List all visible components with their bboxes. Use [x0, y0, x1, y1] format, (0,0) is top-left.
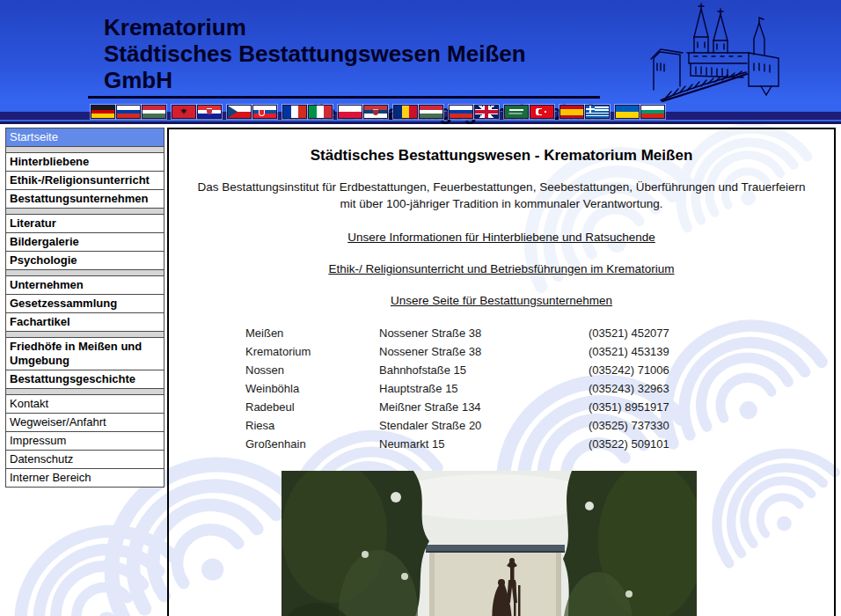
- content-link-list: Unsere Informationen für Hinterbliebene …: [169, 231, 834, 307]
- sidebar-item-startseite[interactable]: Startseite: [5, 128, 165, 147]
- location-row-nossen: NossenBahnhofstaße 15(035242) 71006: [245, 361, 669, 379]
- flag-turkey-icon[interactable]: [530, 105, 554, 119]
- location-phone: (03522) 509101: [589, 435, 669, 453]
- flag-hungary-icon[interactable]: [419, 105, 443, 119]
- flag-russia-icon[interactable]: [116, 105, 141, 119]
- sidebar-item-kontakt[interactable]: Kontakt: [5, 394, 165, 414]
- flag-group: [227, 105, 278, 119]
- location-street: Hauptstraße 15: [379, 379, 589, 398]
- content-link-unsere-seite-für[interactable]: Unsere Seite für Bestattungsunternehmen: [169, 294, 834, 307]
- flag-slovenia-icon[interactable]: [449, 105, 473, 119]
- flag-group: [559, 105, 611, 119]
- location-name: Riesa: [245, 416, 379, 435]
- flag-saudi-arabia-icon[interactable]: [504, 105, 529, 119]
- location-name: Meißen: [245, 324, 379, 342]
- location-row-meißen: MeißenNossener Straße 38(03521) 452077: [245, 324, 669, 342]
- location-street: Nossener Straße 38: [379, 324, 589, 342]
- location-name: Radebeul: [245, 398, 379, 416]
- sidebar-item-bildergalerie[interactable]: Bildergalerie: [5, 232, 165, 252]
- location-name: Krematorium: [245, 342, 379, 361]
- flag-france-icon[interactable]: [282, 105, 307, 119]
- flag-germany-icon[interactable]: [91, 105, 115, 119]
- location-name: Nossen: [245, 361, 379, 379]
- flag-czech-republic-icon[interactable]: [227, 105, 252, 119]
- sidebar-item-bestattungsunternehmen[interactable]: Bestattungsunternehmen: [5, 189, 165, 209]
- main-content: Städtisches Bestattungswesen - Krematori…: [167, 128, 836, 616]
- sidebar-item-ethik-religionsunterricht[interactable]: Ethik-/Religionsunterricht: [5, 171, 165, 190]
- crematorium-photo: [282, 471, 697, 616]
- location-street: Neumarkt 15: [379, 435, 589, 453]
- location-name: Weinböhla: [245, 379, 379, 398]
- location-phone: (035243) 32963: [589, 379, 669, 398]
- language-flag-bar: [91, 105, 670, 119]
- location-row-großenhain: GroßenhainNeumarkt 15(03522) 509101: [245, 435, 669, 453]
- sidebar: StartseiteHinterbliebeneEthik-/Religions…: [5, 128, 165, 488]
- flag-group: [449, 105, 500, 119]
- sidebar-item-interner-bereich[interactable]: Interner Bereich: [5, 468, 165, 488]
- location-name: Großenhain: [245, 435, 379, 453]
- flag-group: [504, 105, 555, 119]
- flag-united-kingdom-icon[interactable]: [474, 105, 499, 119]
- sidebar-item-wegweiser-anfahrt[interactable]: Wegweiser/Anfahrt: [5, 413, 165, 432]
- flag-group: [172, 105, 223, 119]
- flag-ukraine-icon[interactable]: [615, 105, 640, 119]
- sidebar-item-gesetzessammlung[interactable]: Gesetzessammlung: [5, 294, 165, 313]
- flag-spain-icon[interactable]: [559, 105, 584, 119]
- flag-serbia-icon[interactable]: [363, 105, 388, 119]
- location-row-radebeul: RadebeulMeißner Straße 134(0351) 8951917: [245, 398, 669, 416]
- location-phone: (03521) 453139: [589, 342, 669, 361]
- flag-greece-icon[interactable]: [585, 105, 610, 119]
- location-street: Stendaler Straße 20: [379, 416, 589, 435]
- sidebar-item-fachartikel[interactable]: Fachartikel: [5, 312, 165, 332]
- flag-group: [282, 105, 333, 119]
- sidebar-item-hinterbliebene[interactable]: Hinterbliebene: [5, 152, 165, 172]
- flag-group: [338, 105, 389, 119]
- site-title-line2: Städtisches Bestattungswesen Meißen GmbH: [88, 40, 600, 99]
- page-title: Städtisches Bestattungswesen - Krematori…: [169, 147, 834, 165]
- page-header: Krematorium Städtisches Bestattungswesen…: [0, 0, 841, 124]
- flag-romania-icon[interactable]: [393, 105, 418, 119]
- flag-croatia-icon[interactable]: [197, 105, 222, 119]
- flag-slovakia-icon[interactable]: [252, 105, 277, 119]
- sidebar-item-datenschutz[interactable]: Datenschutz: [5, 450, 165, 469]
- sidebar-item-impressum[interactable]: Impressum: [5, 431, 165, 451]
- location-street: Meißner Straße 134: [379, 398, 589, 416]
- site-title-line1: Krematorium: [88, 14, 600, 40]
- castle-line-drawing-icon: [645, 2, 799, 109]
- location-street: Bahnhofstaße 15: [379, 361, 589, 379]
- intro-text: Das Bestattungsinstitut für Erdbestattun…: [194, 179, 809, 212]
- flag-hungary-icon[interactable]: [142, 105, 166, 119]
- flag-italy-icon[interactable]: [308, 105, 333, 119]
- content-link-ethik-religionsunterricht-und[interactable]: Ethik-/ Religionsunterricht und Betriebs…: [169, 262, 834, 275]
- flag-poland-icon[interactable]: [338, 105, 362, 119]
- location-phone: (0351) 8951917: [589, 398, 669, 416]
- location-row-krematorium: KrematoriumNossener Straße 38(03521) 453…: [245, 342, 669, 361]
- location-row-weinböhla: WeinböhlaHauptstraße 15(035243) 32963: [245, 379, 669, 398]
- sidebar-item-bestattungsgeschichte[interactable]: Bestattungsgeschichte: [5, 370, 165, 389]
- location-phone: (03525) 737330: [589, 416, 669, 435]
- content-link-unsere-informationen-für[interactable]: Unsere Informationen für Hinterbliebene …: [169, 231, 834, 244]
- locations-table: MeißenNossener Straße 38(03521) 452077Kr…: [245, 324, 669, 453]
- flag-bulgaria-icon[interactable]: [640, 105, 665, 119]
- location-phone: (03521) 452077: [589, 324, 669, 342]
- flag-albania-icon[interactable]: [172, 105, 196, 119]
- sidebar-item-unternehmen[interactable]: Unternehmen: [5, 275, 165, 295]
- sidebar-item-literatur[interactable]: Literatur: [5, 214, 165, 233]
- location-street: Nossener Straße 38: [379, 342, 589, 361]
- flag-group: [393, 105, 444, 119]
- flag-group: [615, 105, 666, 119]
- sidebar-item-psychologie[interactable]: Psychologie: [5, 251, 165, 270]
- flag-group: [91, 105, 167, 119]
- location-phone: (035242) 71006: [589, 361, 669, 379]
- location-row-riesa: RiesaStendaler Straße 20(03525) 737330: [245, 416, 669, 435]
- sidebar-item-friedhöfe-in-meißen-und-umgebung[interactable]: Friedhöfe in Meißen und Umgebung: [5, 337, 165, 370]
